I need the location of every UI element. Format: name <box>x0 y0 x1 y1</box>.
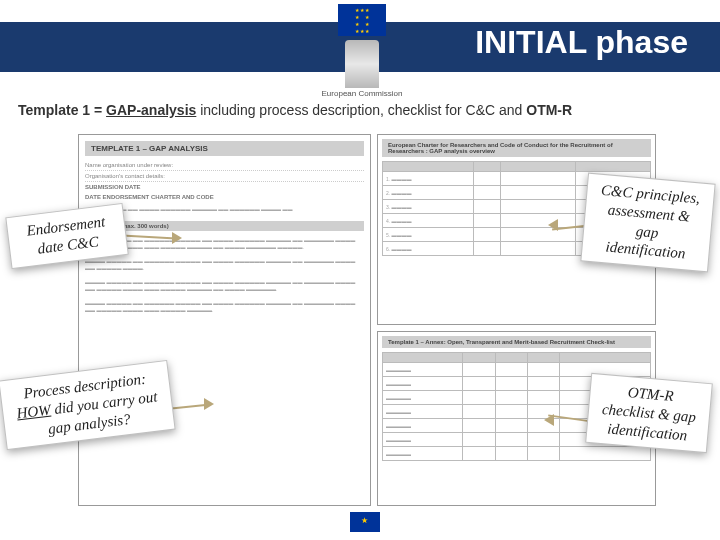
subtitle-underline: GAP-analysis <box>106 102 196 118</box>
eu-flag-icon <box>338 4 386 36</box>
doc-left-subdate2: DATE ENDORSEMENT CHARTER AND CODE <box>85 192 364 202</box>
callout-process-text: Process description: HOW did you carry o… <box>10 368 164 442</box>
doc-right-bot-title: Template 1 – Annex: Open, Transparent an… <box>382 336 651 348</box>
callout-endorsement-text: Endorsement date C&C <box>17 211 117 260</box>
table-row: ▬▬▬▬▬ <box>383 447 651 461</box>
connector-1-arrow <box>172 232 182 244</box>
page-title: INITIAL phase <box>475 24 688 61</box>
doc-left-para1: ▬▬▬ ▬▬▬▬▬ ▬▬ ▬▬▬▬ ▬▬▬▬▬▬ ▬▬▬▬▬ ▬▬ ▬▬▬▬▬▬… <box>85 206 364 213</box>
connector-4-arrow <box>544 414 554 426</box>
logo-label: European Commission <box>318 90 406 99</box>
doc-template1: TEMPLATE 1 – GAP ANALYSIS Name organisat… <box>78 134 371 506</box>
doc-left-contact: Organisation's contact details: <box>85 171 364 182</box>
callout-otmr: OTM-R checklist & gap identification <box>585 373 713 454</box>
callout-principles: C&C principles, assessment & gap identif… <box>580 173 715 273</box>
callout-process-how: HOW <box>16 401 52 421</box>
subtitle: Template 1 = GAP-analysis including proc… <box>18 102 572 118</box>
doc-left-title: TEMPLATE 1 – GAP ANALYSIS <box>85 141 364 156</box>
doc-left-subdate: SUBMISSION DATE <box>85 182 364 192</box>
logo-building-icon <box>345 40 379 88</box>
callout-principles-text: C&C principles, assessment & gap identif… <box>592 181 704 265</box>
subtitle-lead: Template 1 = <box>18 102 106 118</box>
footer-eu-flag-icon <box>350 512 380 532</box>
connector-3-arrow <box>548 219 558 231</box>
subtitle-rest: including process description, checklist… <box>196 102 526 118</box>
connector-2-arrow <box>204 398 214 410</box>
doc-left-name: Name organisation under review: <box>85 160 364 171</box>
doc-left-process-head: PROCESS (max. 300 words) <box>85 221 364 231</box>
doc-right-top-title: European Charter for Researchers and Cod… <box>382 139 651 157</box>
document-area: TEMPLATE 1 – GAP ANALYSIS Name organisat… <box>78 134 656 506</box>
callout-otmr-text: OTM-R checklist & gap identification <box>597 381 702 446</box>
ec-logo: European Commission <box>318 4 406 94</box>
subtitle-tail: OTM-R <box>526 102 572 118</box>
